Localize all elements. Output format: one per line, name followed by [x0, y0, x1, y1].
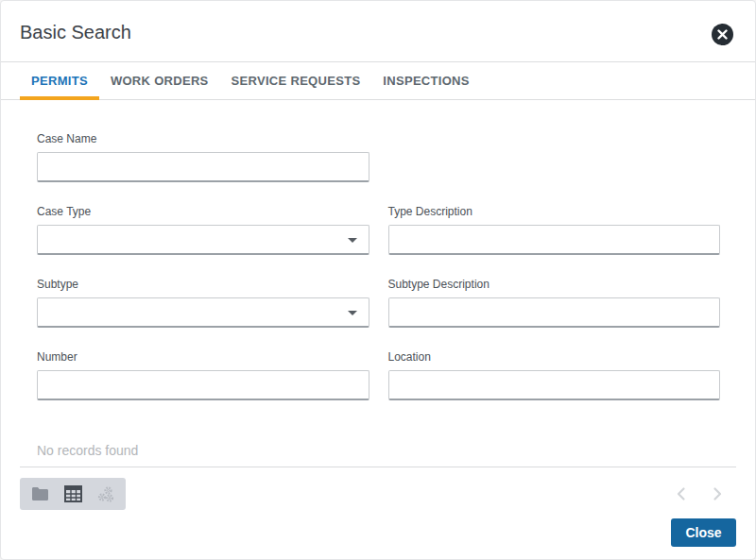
chevron-left-icon [674, 490, 689, 504]
permits-search-form: Case Name Case Type Type Description Sub… [1, 100, 755, 400]
tab-permits[interactable]: PERMITS [20, 62, 99, 99]
case-name-input[interactable] [37, 152, 369, 182]
case-type-select[interactable] [37, 225, 369, 255]
tab-inspections[interactable]: INSPECTIONS [371, 62, 480, 99]
prev-page-button[interactable] [674, 486, 689, 501]
case-type-field: Case Type [37, 205, 369, 255]
gears-icon [97, 491, 114, 505]
subtype-description-input[interactable] [388, 297, 721, 328]
close-icon [712, 34, 733, 48]
type-description-field: Type Description [388, 205, 721, 255]
case-name-field: Case Name [37, 132, 369, 182]
folder-view-button[interactable] [31, 486, 49, 501]
subtype-label: Subtype [37, 278, 369, 291]
close-button[interactable]: Close [671, 518, 736, 547]
subtype-description-field: Subtype Description [388, 278, 721, 328]
number-label: Number [37, 350, 369, 364]
location-field: Location [388, 350, 721, 400]
subtype-select[interactable] [37, 297, 369, 328]
tab-work-orders[interactable]: WORK ORDERS [99, 62, 220, 99]
pagination [674, 486, 725, 501]
gears-view-button[interactable] [97, 486, 114, 502]
results-divider [20, 467, 736, 467]
case-type-label: Case Type [37, 205, 369, 218]
modal-header: Basic Search [1, 1, 755, 62]
number-field: Number [37, 350, 369, 400]
type-description-label: Type Description [388, 205, 721, 218]
view-toolbar [20, 478, 126, 510]
next-page-button[interactable] [710, 486, 725, 501]
no-records-message: No records found [37, 443, 755, 458]
location-label: Location [388, 350, 721, 364]
modal-title: Basic Search [20, 22, 131, 43]
folder-icon [31, 490, 49, 504]
search-tabs: PERMITS WORK ORDERS SERVICE REQUESTS INS… [1, 62, 755, 100]
type-description-input[interactable] [388, 225, 721, 255]
table-view-button[interactable] [64, 485, 82, 502]
form-spacer [388, 132, 721, 182]
location-input[interactable] [388, 370, 721, 400]
table-grid-icon [64, 491, 82, 505]
results-footer [20, 478, 725, 510]
subtype-field: Subtype [37, 278, 369, 328]
case-name-label: Case Name [37, 132, 369, 145]
number-input[interactable] [37, 370, 369, 400]
chevron-right-icon [710, 490, 725, 504]
modal-footer: Close [1, 518, 736, 547]
close-icon-button[interactable] [712, 24, 733, 45]
subtype-description-label: Subtype Description [388, 278, 721, 291]
tab-service-requests[interactable]: SERVICE REQUESTS [220, 62, 372, 99]
basic-search-modal: Basic Search PERMITS WORK ORDERS SERVICE… [0, 0, 756, 560]
